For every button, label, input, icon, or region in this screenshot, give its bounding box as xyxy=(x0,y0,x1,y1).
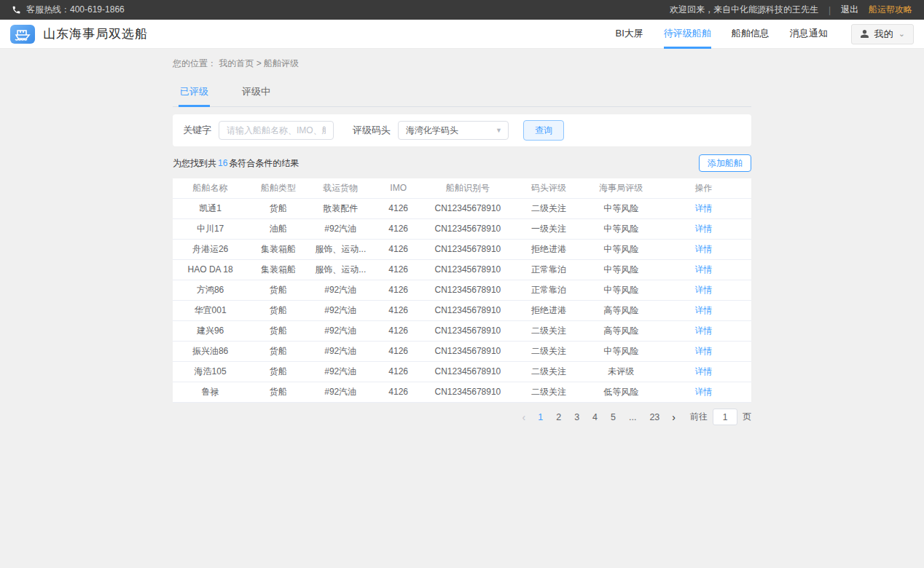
nav-item-pending-ships[interactable]: 待评级船舶 xyxy=(664,20,711,49)
cell-ship-name: 建兴96 xyxy=(173,320,248,341)
cell-cargo: #92汽油 xyxy=(309,320,372,341)
phone-icon xyxy=(12,5,21,15)
cell-terminal-rating: 二级关注 xyxy=(511,198,586,218)
ship-icon xyxy=(14,28,31,41)
topbar: 客服热线：400-619-1866 欢迎回来，来自中化能源科技的王先生 | 退出… xyxy=(0,0,924,20)
table-row: 华宜001 货船 #92汽油 4126 CN12345678910 拒绝进港 高… xyxy=(173,300,751,320)
detail-link[interactable]: 详情 xyxy=(694,203,712,213)
breadcrumb-separator: > xyxy=(257,58,262,68)
col-actions: 操作 xyxy=(656,178,751,198)
cell-msa-rating: 低等风险 xyxy=(587,382,656,402)
detail-link[interactable]: 详情 xyxy=(694,285,712,295)
cell-imo: 4126 xyxy=(372,320,424,341)
breadcrumb-prefix: 您的位置： xyxy=(173,58,216,68)
cell-cargo: #92汽油 xyxy=(309,361,372,382)
cell-actions: 详情 xyxy=(656,218,751,239)
cell-imo: 4126 xyxy=(372,361,424,382)
cell-cargo: #92汽油 xyxy=(309,341,372,361)
cell-terminal-rating: 拒绝进港 xyxy=(511,300,586,320)
goto-label: 前往 xyxy=(690,411,708,423)
col-ship-name: 船舶名称 xyxy=(173,178,248,198)
cell-msa-rating: 中等风险 xyxy=(587,259,656,280)
breadcrumb-current: 船舶评级 xyxy=(264,58,299,68)
tab-rating-in-progress[interactable]: 评级中 xyxy=(240,79,272,107)
tab-rated[interactable]: 已评级 xyxy=(179,79,210,107)
detail-link[interactable]: 详情 xyxy=(694,224,712,234)
page-number[interactable]: 5 xyxy=(604,412,622,422)
goto-page-input[interactable] xyxy=(713,409,737,425)
breadcrumb-home[interactable]: 我的首页 xyxy=(219,58,254,68)
detail-link[interactable]: 详情 xyxy=(694,387,712,397)
page-number[interactable]: 4 xyxy=(586,412,604,422)
page-number[interactable]: 1 xyxy=(531,412,549,422)
guide-link[interactable]: 船运帮攻略 xyxy=(869,4,912,16)
search-bar: 关键字 评级码头 海湾化学码头 ▼ 查询 xyxy=(173,114,751,146)
results-count: 16 xyxy=(216,158,229,168)
cell-imo: 4126 xyxy=(372,382,424,402)
add-ship-button[interactable]: 添加船舶 xyxy=(699,154,751,172)
col-ship-id: 船舶识别号 xyxy=(424,178,511,198)
terminal-select[interactable]: 海湾化学码头 ▼ xyxy=(398,121,509,140)
app-logo xyxy=(10,25,35,44)
detail-link[interactable]: 详情 xyxy=(694,264,712,275)
cell-ship-name: 海浩105 xyxy=(173,361,248,382)
page-next-icon[interactable]: › xyxy=(666,411,681,423)
cell-actions: 详情 xyxy=(656,239,751,259)
logout-link[interactable]: 退出 xyxy=(841,4,858,16)
page-number[interactable]: 3 xyxy=(568,412,586,422)
cell-terminal-rating: 正常靠泊 xyxy=(511,259,586,280)
col-imo: IMO xyxy=(372,178,424,198)
cell-actions: 详情 xyxy=(656,382,751,402)
cell-msa-rating: 中等风险 xyxy=(587,218,656,239)
user-menu-label: 我的 xyxy=(874,28,893,41)
detail-link[interactable]: 详情 xyxy=(694,244,712,254)
terminal-select-value: 海湾化学码头 xyxy=(406,125,458,137)
cell-ship-id: CN12345678910 xyxy=(424,361,511,382)
cell-cargo: 服饰、运动... xyxy=(309,239,372,259)
app-header: 山东海事局双选船 BI大屏 待评级船舶 船舶信息 消息通知 我的 ⌄ xyxy=(0,20,924,49)
table-row: 中川17 油船 #92汽油 4126 CN12345678910 一级关注 中等… xyxy=(173,218,751,239)
detail-link[interactable]: 详情 xyxy=(694,366,712,376)
cell-actions: 详情 xyxy=(656,341,751,361)
table-header-row: 船舶名称 船舶类型 载运货物 IMO 船舶识别号 码头评级 海事局评级 操作 xyxy=(173,178,751,198)
nav-item-messages[interactable]: 消息通知 xyxy=(790,20,828,49)
nav-item-bi-screen[interactable]: BI大屏 xyxy=(615,20,643,49)
rating-tabs: 已评级 评级中 xyxy=(173,79,751,107)
cell-msa-rating: 中等风险 xyxy=(587,198,656,218)
cell-imo: 4126 xyxy=(372,341,424,361)
detail-link[interactable]: 详情 xyxy=(694,346,712,356)
query-button[interactable]: 查询 xyxy=(523,120,564,141)
main-content: 您的位置： 我的首页 > 船舶评级 已评级 评级中 关键字 评级码头 海湾化学码… xyxy=(173,58,751,426)
nav-item-ship-info[interactable]: 船舶信息 xyxy=(732,20,770,49)
cell-terminal-rating: 二级关注 xyxy=(511,341,586,361)
cell-terminal-rating: 二级关注 xyxy=(511,320,586,341)
page-prev-icon[interactable]: ‹ xyxy=(517,411,532,423)
pagination: ‹ 12345...23 › 前往 页 xyxy=(173,409,751,426)
page-unit-label: 页 xyxy=(743,411,751,423)
cell-imo: 4126 xyxy=(372,218,424,239)
user-menu[interactable]: 我的 ⌄ xyxy=(851,24,914,44)
terminal-label: 评级码头 xyxy=(353,124,391,137)
page-number[interactable]: 23 xyxy=(643,412,666,422)
cell-cargo: #92汽油 xyxy=(309,382,372,402)
cell-imo: 4126 xyxy=(372,239,424,259)
cell-ship-id: CN12345678910 xyxy=(424,320,511,341)
cell-terminal-rating: 二级关注 xyxy=(511,382,586,402)
cell-cargo: #92汽油 xyxy=(309,218,372,239)
cell-msa-rating: 中等风险 xyxy=(587,239,656,259)
cell-imo: 4126 xyxy=(372,280,424,300)
cell-msa-rating: 高等风险 xyxy=(587,300,656,320)
hotline-text: 客服热线：400-619-1866 xyxy=(26,4,125,16)
user-icon xyxy=(860,29,869,39)
topbar-divider: | xyxy=(829,5,831,15)
keyword-input[interactable] xyxy=(219,121,334,140)
page-number[interactable]: 2 xyxy=(549,412,568,422)
detail-link[interactable]: 详情 xyxy=(694,326,712,336)
page-ellipsis[interactable]: ... xyxy=(622,412,643,422)
detail-link[interactable]: 详情 xyxy=(694,305,712,315)
cell-ship-name: 方鸿86 xyxy=(173,280,248,300)
table-row: 鲁禄 货船 #92汽油 4126 CN12345678910 二级关注 低等风险… xyxy=(173,382,751,402)
cell-cargo: #92汽油 xyxy=(309,300,372,320)
breadcrumb: 您的位置： 我的首页 > 船舶评级 xyxy=(173,58,751,70)
cell-actions: 详情 xyxy=(656,280,751,300)
